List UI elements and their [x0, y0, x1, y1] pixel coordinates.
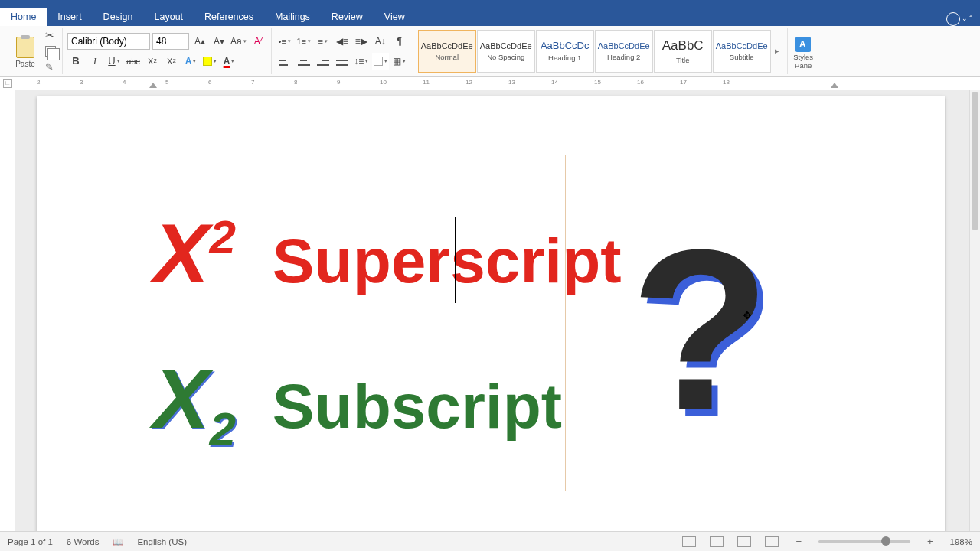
align-left-button[interactable]: [276, 53, 293, 70]
zoom-slider-thumb[interactable]: [881, 536, 890, 546]
styles-pane-button[interactable]: Styles Pane: [787, 28, 819, 74]
left-indent-marker[interactable]: [149, 83, 157, 88]
sort-button[interactable]: A↓: [372, 33, 389, 50]
style-heading-2[interactable]: AaBbCcDdEeHeading 2: [595, 30, 653, 73]
font-name-combo[interactable]: [67, 33, 150, 50]
ruler-tick: 6: [208, 79, 211, 86]
ruler-tick: 8: [294, 79, 297, 86]
tab-selector[interactable]: ∟: [3, 79, 12, 88]
status-bar: Page 1 of 1 6 Words 📖 English (US) − + 1…: [0, 531, 980, 551]
ruler-tick: 12: [466, 79, 472, 86]
numbering-button[interactable]: 1≡: [296, 33, 312, 50]
ruler-tick: 5: [165, 79, 168, 86]
subscript-button[interactable]: X2: [144, 53, 161, 70]
paste-button[interactable]: Paste: [9, 34, 41, 68]
shading-button[interactable]: [372, 53, 389, 70]
horizontal-ruler[interactable]: ∟ 23456789101112131415161718: [0, 77, 980, 90]
styles-more-button[interactable]: ▸: [772, 46, 782, 56]
ruler-tick: 7: [251, 79, 254, 86]
font-color-button[interactable]: A: [220, 53, 237, 70]
ribbon: Paste ✂ ✎ A▴ A▾ Aa A⁄ B I U abc X2 X2 A: [0, 26, 980, 77]
superscript-label: Superscript: [273, 225, 622, 297]
multilevel-button[interactable]: ≡: [315, 33, 332, 50]
text-cursor: [455, 217, 456, 303]
ruler-tick: 16: [637, 79, 644, 86]
ruler-tick: 4: [122, 79, 126, 86]
spellcheck-icon[interactable]: 📖: [113, 536, 123, 547]
move-cursor-icon: ✥: [743, 309, 752, 321]
ruler-tick: 18: [723, 79, 730, 86]
paragraph-marks-button[interactable]: ¶: [391, 33, 408, 50]
tab-review[interactable]: Review: [321, 8, 374, 26]
clipboard-icon: [16, 37, 34, 58]
style-normal[interactable]: AaBbCcDdEeNormal: [418, 30, 476, 73]
increase-indent-button[interactable]: ≡▶: [353, 33, 370, 50]
justify-button[interactable]: [334, 53, 351, 70]
style-heading-1[interactable]: AaBbCcDcHeading 1: [536, 30, 594, 73]
style-title[interactable]: AaBbCTitle: [654, 30, 712, 73]
scrollbar-thumb[interactable]: [972, 92, 978, 230]
vertical-ruler[interactable]: [0, 90, 15, 531]
vertical-scrollbar[interactable]: [969, 90, 980, 531]
ruler-tick: 3: [80, 79, 83, 86]
line-superscript: X2 Superscript: [153, 211, 622, 297]
tab-mailings[interactable]: Mailings: [264, 8, 321, 26]
right-indent-marker[interactable]: [831, 83, 838, 88]
ruler-tick: 2: [37, 79, 40, 86]
status-page[interactable]: Page 1 of 1: [8, 537, 53, 546]
zoom-slider[interactable]: [818, 540, 910, 543]
status-words[interactable]: 6 Words: [67, 537, 100, 546]
tab-references[interactable]: References: [194, 8, 264, 26]
feedback-icon[interactable]: [946, 12, 960, 26]
clear-formatting-button[interactable]: A⁄: [250, 33, 266, 50]
collapse-ribbon-icon[interactable]: ˆ: [969, 15, 972, 24]
outline-view-icon[interactable]: [737, 536, 751, 547]
format-painter-icon[interactable]: ✎: [45, 61, 56, 73]
shrink-font-button[interactable]: A▾: [211, 33, 227, 50]
text-effects-button[interactable]: A: [182, 53, 199, 70]
ruler-tick: 15: [594, 79, 601, 86]
draft-view-icon[interactable]: [765, 536, 779, 547]
decrease-indent-button[interactable]: ◀≡: [334, 33, 351, 50]
tab-home[interactable]: Home: [0, 8, 47, 26]
group-font: A▴ A▾ Aa A⁄ B I U abc X2 X2 A A: [63, 28, 272, 74]
borders-button[interactable]: ▦: [391, 53, 408, 70]
change-case-button[interactable]: Aa: [230, 33, 247, 50]
align-right-button[interactable]: [315, 53, 332, 70]
tab-insert[interactable]: Insert: [47, 8, 92, 26]
question-mark-graphic[interactable]: ?: [630, 233, 770, 428]
highlight-button[interactable]: [201, 53, 218, 70]
web-layout-view-icon[interactable]: [710, 536, 724, 547]
paste-label: Paste: [15, 60, 35, 68]
line-spacing-button[interactable]: ↕≡: [353, 53, 370, 70]
zoom-in-button[interactable]: +: [924, 536, 936, 547]
zoom-out-button[interactable]: −: [792, 536, 805, 547]
workspace: X2 Superscript X2 Subscript ? ✥: [0, 90, 980, 531]
ruler-tick: 13: [508, 79, 515, 86]
group-styles: AaBbCcDdEeNormal AaBbCcDdEeNo Spacing Aa…: [413, 28, 787, 74]
superscript-button[interactable]: X2: [163, 53, 180, 70]
tab-design[interactable]: Design: [93, 8, 144, 26]
tab-view[interactable]: View: [374, 8, 416, 26]
style-no-spacing[interactable]: AaBbCcDdEeNo Spacing: [477, 30, 535, 73]
strikethrough-button[interactable]: abc: [125, 53, 142, 70]
status-language[interactable]: English (US): [137, 537, 187, 546]
zoom-level[interactable]: 198%: [950, 537, 972, 546]
title-bar: [0, 0, 980, 6]
document-page[interactable]: X2 Superscript X2 Subscript ? ✥: [37, 96, 945, 531]
grow-font-button[interactable]: A▴: [191, 33, 208, 50]
font-size-combo[interactable]: [152, 33, 189, 50]
italic-button[interactable]: I: [87, 53, 103, 70]
ruler-tick: 9: [337, 79, 340, 86]
underline-button[interactable]: U: [106, 53, 122, 70]
x-subscript-sample: X2: [153, 357, 236, 453]
group-paragraph: •≡ 1≡ ≡ ◀≡ ≡▶ A↓ ¶ ↕≡ ▦: [272, 28, 413, 74]
copy-icon[interactable]: [45, 46, 56, 57]
bold-button[interactable]: B: [67, 53, 84, 70]
print-layout-view-icon[interactable]: [682, 536, 696, 547]
cut-icon[interactable]: ✂: [45, 29, 56, 41]
bullets-button[interactable]: •≡: [276, 33, 293, 50]
style-subtitle[interactable]: AaBbCcDdEeSubtitle: [713, 30, 771, 73]
align-center-button[interactable]: [296, 53, 312, 70]
tab-layout[interactable]: Layout: [144, 8, 194, 26]
